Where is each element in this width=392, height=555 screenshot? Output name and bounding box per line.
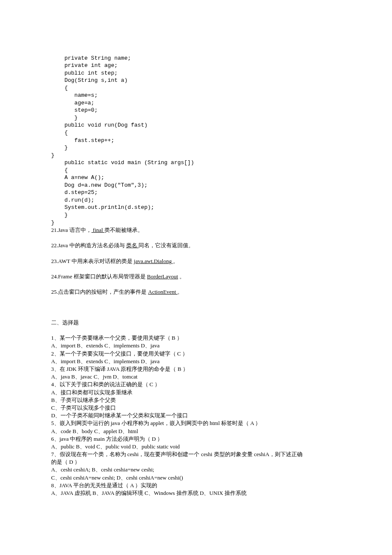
mc-q4-option-b: B、子类可以继承多个父类	[51, 396, 341, 404]
question-22: 22.Java 中的构造方法名必须与 类名 同名，它没有返回值。	[51, 242, 341, 249]
q23-answer: java.awt.Dialong	[134, 258, 173, 264]
code-line: private int age;	[51, 62, 118, 69]
mc-q5: 5、嵌入到网页中运行的 java 小程序称为 applet，嵌入到网页中的 ht…	[51, 419, 341, 427]
q24-pre: 24.Frame 框架窗口的默认布局管理器是	[51, 273, 147, 280]
mc-q3: 3、在 JDK 环境下编译 JAVA 原程序使用的命令是（ B ）	[51, 365, 341, 373]
code-line: }	[51, 212, 68, 218]
q23-pre: 23.AWT 中用来表示对话框的类是	[51, 258, 134, 264]
mc-q4: 4、以下关于接口和类的说法正确的是（ C ）	[51, 381, 341, 388]
code-line: }	[51, 152, 55, 159]
code-line: {	[51, 130, 68, 136]
question-21: 21.Java 语言中， final 类不能被继承。	[51, 226, 341, 234]
mc-q2: 2、某一个子类要实现一个父接口，要使用关键字（ C ）	[51, 350, 341, 358]
code-line: Dog d=a.new Dog("Tom",3);	[51, 182, 147, 188]
q23-post: 。	[173, 258, 179, 264]
mc-q4-option-a: A、接口和类都可以实现多重继承	[51, 389, 341, 396]
code-line: step=0;	[51, 107, 98, 113]
code-line: fast.step++;	[51, 137, 114, 144]
q24-answer: BorderLayout	[147, 273, 178, 280]
mc-q2-options: A、import B、extends C、implements D、java	[51, 358, 341, 365]
code-line: private String name;	[51, 55, 131, 61]
code-line: name=s;	[51, 92, 98, 98]
mc-q6-options: A、public B、void C、public void D、public s…	[51, 443, 341, 451]
q24-post: 。	[178, 273, 185, 280]
section-title: 二、选择题	[51, 319, 341, 327]
question-25: 25.点击窗口内的按钮时，产生的事件是 ActionEvent 。	[51, 288, 341, 296]
q21-answer: final	[92, 227, 104, 233]
mc-q8: 8、JAVA 平台的无关性是通过（ A ）实现的	[51, 482, 341, 489]
code-line: public void run(Dog fast)	[51, 122, 147, 128]
q22-pre: 22.Java 中的构造方法名必须与	[51, 242, 126, 249]
code-line: }	[51, 220, 55, 226]
code-line: {	[51, 167, 68, 173]
mc-q4-option-d: D、一个子类不能同时继承某一个父类和实现某一个接口	[51, 412, 341, 419]
code-line: public static void main (String args[])	[51, 159, 194, 166]
mc-q1: 1、某一个子类要继承一个父类，要使用关键字（ B ）	[51, 334, 341, 342]
code-line: System.out.println(d.step);	[51, 204, 154, 211]
mc-q7: 7、假设现在有一个类，名称为 ceshi，现在要声明和创建一个 ceshi 类型…	[51, 451, 341, 458]
q25-pre: 25.点击窗口内的按钮时，产生的事件是	[51, 289, 148, 295]
mc-q5-options: A、code B、body C、applet D、html	[51, 428, 341, 435]
q21-post: 类不能被继承。	[104, 227, 143, 233]
q22-post: 同名，它没有返回值。	[138, 242, 194, 249]
mc-q7-options-ab: A、ceshi ceshiA; B、ceshi ceshia=new ceshi…	[51, 466, 341, 474]
question-23: 23.AWT 中用来表示对话框的类是 java.awt.Dialong 。	[51, 257, 341, 265]
mc-q4-option-c: C、子类可以实现多个接口	[51, 404, 341, 412]
code-line: {	[51, 85, 68, 91]
code-line: age=a;	[51, 100, 94, 106]
question-24: 24.Frame 框架窗口的默认布局管理器是 BorderLayout 。	[51, 273, 341, 280]
mc-q6: 6、java 中程序的 main 方法必须声明为（ D ）	[51, 435, 341, 443]
q22-answer: 类名	[126, 242, 138, 249]
code-line: }	[51, 115, 78, 121]
code-block: private String name; private int age; pu…	[51, 47, 341, 226]
q21-pre: 21.Java 语言中，	[51, 227, 92, 233]
mc-q7-continued: 的是（ D ）	[51, 458, 341, 466]
mc-q8-options: A、JAVA 虚拟机 B、JAVA 的编辑环境 C、Windows 操作系统 D…	[51, 489, 341, 497]
code-line: A a=new A();	[51, 174, 104, 181]
code-line: d.run(d);	[51, 197, 94, 203]
q25-answer: ActionEvent	[148, 289, 178, 295]
code-line: }	[51, 145, 68, 151]
code-line: Dog(String s,int a)	[51, 77, 127, 84]
code-line: public int step;	[51, 70, 118, 76]
mc-q1-options: A、import B、extends C、implements D、java	[51, 342, 341, 350]
q25-post: 。	[177, 289, 183, 295]
mc-q7-options-cd: C、ceshi ceshiA=new ceshi; D、ceshi ceshiA…	[51, 474, 341, 482]
code-line: d.step=25;	[51, 189, 98, 196]
mc-q3-options: A、java B、javac C、jvm D、tomcat	[51, 373, 341, 381]
